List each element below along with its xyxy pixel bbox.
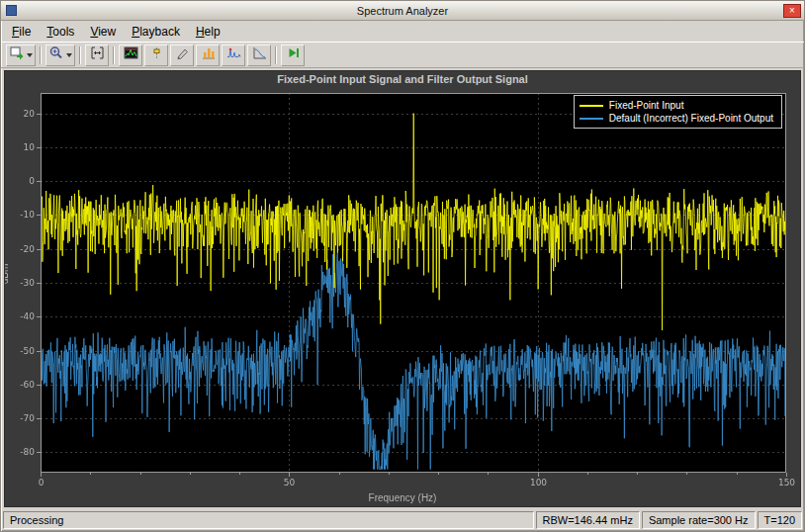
- distortion-measurements-icon: [226, 45, 241, 64]
- menu-item-help[interactable]: Help: [188, 23, 228, 41]
- dropdown-caret: [27, 53, 33, 57]
- signal-statistics-button[interactable]: [170, 44, 194, 66]
- status-processing: Processing: [3, 511, 534, 529]
- menubar: File Tools View Playback Help: [1, 21, 804, 42]
- legend-entry-label: Default (Incorrect) Fixed-Point Output: [609, 113, 773, 124]
- peak-finder-button[interactable]: [196, 44, 220, 66]
- toolbar: [1, 42, 804, 68]
- spectrum-analyzer-window: Spectrum Analyzer × File Tools View Play…: [0, 0, 805, 532]
- zoom-in-icon: [48, 45, 63, 64]
- plot-title: Fixed-Point Input Signal and Filter Outp…: [5, 73, 800, 85]
- titlebar: Spectrum Analyzer ×: [1, 1, 804, 21]
- legend-entry: Fixed-Point Input: [580, 99, 773, 112]
- toolbar-separator: [40, 46, 42, 64]
- legend-entry-label: Fixed-Point Input: [609, 100, 684, 111]
- ccdf-measurements-button[interactable]: [247, 44, 271, 66]
- spectrum-settings-icon: [124, 45, 138, 64]
- dropdown-caret: [66, 53, 72, 57]
- legend-line-sample: [580, 105, 603, 107]
- status-time: T=120: [758, 511, 803, 529]
- ccdf-measurements-icon: [252, 45, 267, 64]
- legend[interactable]: Fixed-Point Input Default (Incorrect) Fi…: [574, 95, 782, 129]
- toolbar-separator: [79, 46, 81, 64]
- app-icon: [6, 5, 17, 16]
- distortion-measurements-button[interactable]: [222, 44, 245, 66]
- menu-item-tools[interactable]: Tools: [39, 23, 82, 41]
- x-axis-label: Frequency (Hz): [5, 492, 800, 503]
- measure-cursor-icon: [149, 45, 164, 64]
- legend-line-sample: [580, 118, 603, 120]
- plot-panel: Fixed-Point Input Signal and Filter Outp…: [4, 70, 801, 507]
- menu-item-file[interactable]: File: [4, 23, 39, 41]
- status-rbw: RBW=146.44 mHz: [536, 511, 640, 529]
- scale-axes-icon: [90, 45, 105, 64]
- statusbar: Processing RBW=146.44 mHz Sample rate=30…: [1, 509, 804, 531]
- toolbar-separator: [113, 46, 115, 64]
- signal-statistics-icon: [175, 45, 190, 64]
- step-forward-icon: [286, 45, 301, 64]
- scale-axes-button[interactable]: [85, 44, 109, 66]
- y-axis-label: dBm: [4, 264, 10, 285]
- menu-item-view[interactable]: View: [82, 23, 124, 41]
- status-sample-rate: Sample rate=300 Hz: [642, 511, 756, 529]
- peak-finder-icon: [201, 45, 216, 64]
- zoom-button[interactable]: [45, 44, 75, 66]
- export-icon: [9, 45, 24, 64]
- step-forward-button[interactable]: [281, 44, 305, 66]
- spectrum-settings-button[interactable]: [119, 44, 142, 66]
- close-button[interactable]: ×: [783, 4, 801, 18]
- chart-canvas[interactable]: [7, 87, 798, 504]
- menu-item-playback[interactable]: Playback: [124, 23, 188, 41]
- toolbar-separator: [275, 46, 277, 64]
- window-title: Spectrum Analyzer: [1, 5, 804, 17]
- export-button[interactable]: [6, 44, 36, 66]
- legend-entry: Default (Incorrect) Fixed-Point Output: [580, 112, 773, 125]
- measure-cursor-button[interactable]: [144, 44, 168, 66]
